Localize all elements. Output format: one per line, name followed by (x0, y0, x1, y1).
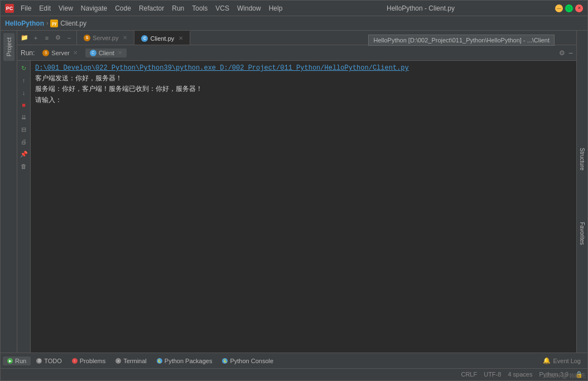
editor-tab-client[interactable]: C Client.py ✕ (134, 31, 190, 45)
menu-edit[interactable]: Edit (36, 3, 54, 13)
python-packages-tab-icon: 🐍 (157, 358, 162, 364)
rerun-button[interactable]: ↻ (19, 63, 29, 73)
toolbar-add-icon[interactable]: + (31, 33, 41, 43)
watermark: CSDN @ 韩曙亮 (544, 372, 586, 380)
server-file-icon: S (84, 35, 90, 41)
pin-button[interactable]: 📌 (19, 149, 29, 159)
output-line3: 服务端：你好，客户端！服务端已收到：你好，服务器！ (35, 84, 572, 95)
sidebar-tab-favorites[interactable]: Favorites (578, 219, 586, 248)
client-tab-close[interactable]: ✕ (179, 35, 183, 41)
client-file-icon: C (141, 35, 148, 42)
menu-code[interactable]: Code (112, 3, 134, 13)
output-line2: 客户端发送：你好，服务器！ (35, 74, 572, 84)
server-tab-close[interactable]: ✕ (123, 35, 127, 41)
event-log-icon: 🔔 (543, 357, 551, 364)
app-logo: PC (5, 4, 14, 13)
run-minimize-icon[interactable]: − (568, 49, 573, 57)
bottom-tab-python-packages[interactable]: 🐍 Python Packages (152, 356, 217, 365)
menu-refactor[interactable]: Refactor (136, 3, 167, 13)
menu-tools[interactable]: Tools (189, 3, 211, 13)
split-button[interactable]: ⊟ (19, 124, 29, 134)
run-tab-icon: ▶ (7, 358, 13, 364)
menu-view[interactable]: View (55, 3, 76, 13)
run-settings-icon[interactable]: ⚙ (559, 49, 565, 57)
right-sidebar: Structure Favorites (576, 31, 587, 353)
minimize-button[interactable]: — (555, 4, 563, 12)
terminal-tab-icon: ▪ (115, 358, 121, 364)
app-window: PC File Edit View Navigate Code Refactor… (0, 0, 588, 381)
window-controls: — □ ✕ (555, 4, 583, 12)
hover-notification: HelloPython [D:\002_Project\011_Python\H… (368, 35, 555, 46)
run-output: D:\001_Develop\022_Python\Python39\pytho… (31, 61, 576, 353)
run-client-icon: C (90, 50, 97, 56)
event-log-button[interactable]: 🔔 Event Log (538, 356, 585, 365)
toolbar-minus-icon[interactable]: − (64, 33, 74, 43)
menu-file[interactable]: File (17, 3, 35, 13)
python-console-tab-icon: 🐍 (222, 358, 228, 364)
menu-vcs[interactable]: VCS (212, 3, 233, 13)
toolbar-settings-icon[interactable]: ≡ (42, 33, 52, 43)
menu-navigate[interactable]: Navigate (78, 3, 110, 13)
run-server-icon: S (42, 50, 49, 56)
menu-help[interactable]: Help (266, 3, 286, 13)
menu-run[interactable]: Run (168, 3, 187, 13)
bottom-toolbar: ▶ Run ☰ TODO ! Problems ▪ Terminal 🐍 Pyt… (1, 353, 587, 368)
scroll-up-button[interactable]: ↑ (19, 75, 29, 85)
run-toolbar: Run: S Server ✕ C Client ✕ ⚙ − (17, 45, 576, 61)
problems-tab-icon: ! (72, 358, 78, 364)
delete-button[interactable]: 🗑 (19, 161, 29, 171)
breadcrumb-project[interactable]: HelloPython (5, 20, 44, 27)
run-client-close[interactable]: ✕ (118, 50, 122, 56)
todo-tab-icon: ☰ (36, 358, 42, 364)
inner-content: 📁 + ≡ ⚙ − S Server.py ✕ C Client.py (17, 31, 587, 353)
output-line1: D:\001_Develop\022_Python\Python39\pytho… (35, 63, 572, 74)
bottom-tab-problems[interactable]: ! Problems (68, 356, 110, 365)
bottom-tab-run[interactable]: ▶ Run (3, 356, 31, 365)
menu-bar: File Edit View Navigate Code Refactor Ru… (17, 3, 286, 13)
file-icon: py (50, 20, 58, 27)
toolbar-gear-icon[interactable]: ⚙ (53, 33, 63, 43)
run-tab-server[interactable]: S Server ✕ (38, 49, 81, 57)
left-sidebar: Project (1, 31, 17, 353)
output-line4: 请输入： (35, 95, 572, 106)
stop-button[interactable]: ■ (19, 100, 29, 110)
maximize-button[interactable]: □ (565, 4, 573, 12)
run-side-icons: ↻ ↑ ↓ ■ ⇊ ⊟ 🖨 📌 🗑 (17, 61, 31, 353)
run-content: ↻ ↑ ↓ ■ ⇊ ⊟ 🖨 📌 🗑 (17, 61, 576, 353)
main-content: Project 📁 + ≡ ⚙ − S Ser (1, 31, 587, 353)
status-encoding[interactable]: UTF-8 (484, 371, 501, 378)
print-button[interactable]: 🖨 (19, 137, 29, 147)
bottom-tab-python-console[interactable]: 🐍 Python Console (218, 356, 278, 365)
editor-area: 📁 + ≡ ⚙ − S Server.py ✕ C Client.py (17, 31, 576, 353)
breadcrumb-separator: › (46, 20, 48, 26)
run-panel: Run: S Server ✕ C Client ✕ ⚙ − (17, 45, 576, 353)
path-bar: HelloPython › py Client.py (1, 16, 587, 31)
close-button[interactable]: ✕ (575, 4, 583, 12)
run-tab-client[interactable]: C Client ✕ (85, 49, 127, 57)
sidebar-tab-structure[interactable]: Structure (578, 144, 586, 174)
status-bar: CRLF UTF-8 4 spaces Python 3.9 🔒 (1, 368, 587, 380)
toolbar-folder-icon[interactable]: 📁 (20, 33, 30, 43)
output-path-link[interactable]: D:\001_Develop\022_Python\Python39\pytho… (35, 64, 409, 72)
sidebar-tab-project[interactable]: Project (3, 33, 15, 61)
editor-tab-server[interactable]: S Server.py ✕ (77, 31, 134, 45)
status-line-ending[interactable]: CRLF (461, 371, 477, 378)
scroll-end-button[interactable]: ⇊ (19, 112, 29, 122)
status-indent[interactable]: 4 spaces (508, 371, 532, 378)
window-title: HelloPython - Client.py (286, 4, 555, 12)
run-server-close[interactable]: ✕ (73, 50, 78, 56)
title-bar: PC File Edit View Navigate Code Refactor… (1, 1, 587, 16)
bottom-tab-todo[interactable]: ☰ TODO (32, 356, 66, 365)
bottom-tab-terminal[interactable]: ▪ Terminal (111, 356, 151, 365)
run-label: Run: (21, 49, 35, 57)
scroll-down-button[interactable]: ↓ (19, 88, 29, 98)
menu-window[interactable]: Window (234, 3, 264, 13)
breadcrumb-file[interactable]: py Client.py (50, 20, 86, 27)
